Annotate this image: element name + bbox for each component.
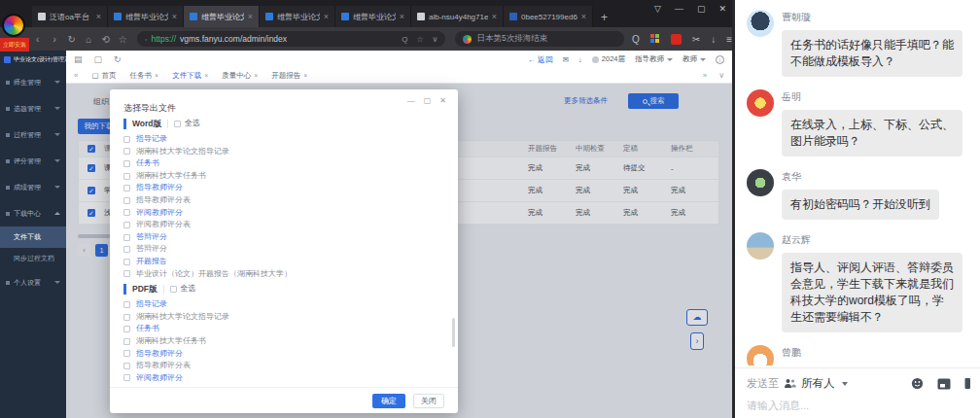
browser-tab-vgms-2-active[interactable]: 维普毕业论文(设计× [184,6,260,27]
sidebar-subitem-sync-docs[interactable]: 同步过程文档 [0,248,66,269]
site-info-icon[interactable]: ▫ [145,36,147,43]
rainbow-app-logo-icon[interactable] [2,14,25,37]
export-subitem[interactable]: 湖南科技大学任务书 [123,170,448,183]
tab-close-icon[interactable]: × [254,72,258,79]
chevron-down-icon[interactable] [842,382,848,386]
checkbox[interactable] [123,338,130,345]
game-center-icon[interactable] [671,34,682,45]
emoji-icon[interactable] [911,377,924,390]
checkbox[interactable] [123,301,130,308]
scroll-tabs-right-icon[interactable]: » [703,71,707,80]
checkbox[interactable] [123,148,130,155]
export-subitem[interactable]: 评阅教师评分表 [123,384,448,385]
export-subitem[interactable]: 答辩评分 [123,243,448,256]
dialog-maximize-icon[interactable]: ▢ [424,96,432,105]
tab-close-icon[interactable]: × [248,12,253,21]
checkbox[interactable] [123,197,130,204]
new-tab-button[interactable]: + [601,11,608,24]
checkbox[interactable] [123,350,130,357]
download-icon[interactable]: ↓ [578,55,582,64]
checkbox[interactable] [123,314,130,321]
dialog-scrollbar-thumb[interactable] [452,318,455,347]
tab-close-icon[interactable]: × [400,12,404,21]
mail-icon[interactable]: ✉ [563,55,569,64]
downloads-icon[interactable]: ↓ [711,34,716,45]
checkbox[interactable] [123,246,130,253]
browser-tab-alb[interactable]: alb-nsu4y4hg71e× [411,6,504,27]
sidebar-item-process[interactable]: 过程管理 [0,122,66,148]
export-item[interactable]: 答辩评分 [123,231,448,244]
bookmark-star-icon[interactable]: ☆ [115,34,132,45]
checkbox[interactable] [123,363,130,369]
redo-icon[interactable]: ⟲ [97,34,115,45]
more-tools-icon[interactable] [964,377,970,390]
export-item[interactable]: 指导记录 [123,298,448,311]
export-subitem[interactable]: 毕业设计（论文）开题报告（湖南科技大学） [123,268,448,281]
maximize-button[interactable]: ▢ [697,4,706,14]
browser-tab-vgms-1[interactable]: 维普毕业论文(设计× [108,6,184,27]
browser-tab-vgms-4[interactable]: 维普毕业论文(设计× [335,6,411,27]
checkbox[interactable] [123,222,130,228]
export-subitem[interactable]: 湖南科技大学论文指导记录 [123,311,448,324]
file-folder-icon[interactable] [937,378,951,390]
pin-icon[interactable]: ▽ [654,4,661,14]
tab-quality-center[interactable]: 质量中心× [222,71,258,81]
checkbox[interactable] [123,259,130,265]
url-bar[interactable]: ▫ https:// vgms.fanyu.com/admin/index Q … [137,31,445,47]
tab-close-icon[interactable]: × [324,12,329,21]
chat-message-list[interactable]: 曹朝璇任务书的话好像只能手填吧？能不能做成模板导入？ 岳明在线录入，上标、下标、… [735,0,980,366]
confirm-button[interactable]: 确定 [372,394,405,408]
collapse-menu-icon[interactable]: ▤ [74,54,83,64]
export-item[interactable]: 指导教师评分 [123,182,448,194]
apps-grid-icon[interactable] [650,34,660,44]
tab-file-download-active[interactable]: 文件下载× [172,71,208,81]
url-dropdown-icon[interactable]: ∨ [433,35,438,44]
export-subitem[interactable]: 湖南科技大学论文指导记录 [123,146,448,158]
desktop-app-overlay[interactable]: 立即安装 [0,14,29,54]
tab-close-icon[interactable]: × [492,12,497,21]
export-item[interactable]: 开题报告 [123,256,448,268]
pdf-select-all[interactable]: 全选 [170,283,196,296]
export-item[interactable]: 任务书 [123,323,448,335]
word-select-all[interactable]: 全选 [174,118,200,130]
tab-options-icon[interactable]: ∨ [718,71,724,80]
tab-close-icon[interactable]: × [172,12,177,21]
back-link[interactable]: ← 返回 [528,54,553,65]
export-subitem[interactable]: 指导教师评分表 [123,360,448,372]
scroll-tabs-left-icon[interactable]: « [74,71,78,80]
export-subitem[interactable]: 湖南科技大学任务书 [123,335,448,348]
export-item[interactable]: 评阅教师评分 [123,372,448,385]
tab-close-icon[interactable]: × [155,72,158,79]
browser-search-box[interactable]: 日本第5次排海结束 [455,31,624,47]
export-item[interactable]: 指导记录 [123,133,448,146]
home-icon[interactable]: ⌂ [81,34,98,45]
close-button[interactable]: 关闭 [413,394,444,408]
tab-proposal-report[interactable]: 开题报告× [271,71,307,81]
reload-icon[interactable]: ↻ [63,34,81,45]
tab-close-icon[interactable]: × [303,72,307,79]
sidebar-item-topics[interactable]: 选题管理 [0,95,66,122]
checkbox[interactable] [123,234,130,241]
checkbox[interactable] [123,160,130,167]
info-icon[interactable]: i [716,55,724,64]
tab-close-icon[interactable]: × [581,12,586,21]
dialog-minimize-icon[interactable]: — [407,96,415,105]
export-item[interactable]: 任务书 [123,157,448,170]
sidebar-item-grades[interactable]: 成绩管理 [0,174,66,200]
tab-home[interactable]: ▢首页 [91,71,116,81]
dialog-close-icon[interactable]: ✕ [439,96,446,105]
sidebar-item-download-center[interactable]: 下载中心 [0,200,66,226]
checkbox[interactable] [123,185,130,192]
checkbox[interactable] [123,270,130,277]
checkbox[interactable] [123,136,130,143]
checkbox[interactable] [123,374,130,381]
install-badge[interactable]: 立即安装 [0,38,29,52]
teacher-dropdown[interactable]: 教师 [682,54,706,64]
url-star-icon[interactable]: ☆ [416,35,423,44]
chat-input[interactable]: 请输入消息... [747,399,970,413]
checkbox[interactable] [123,173,130,180]
url-search-icon[interactable]: Q [402,35,407,44]
export-item[interactable]: 评阅教师评分 [123,207,448,220]
toolbar-search-icon[interactable]: Q [632,34,640,45]
browser-tab-oa[interactable]: 泛语oa平台× [32,6,108,27]
